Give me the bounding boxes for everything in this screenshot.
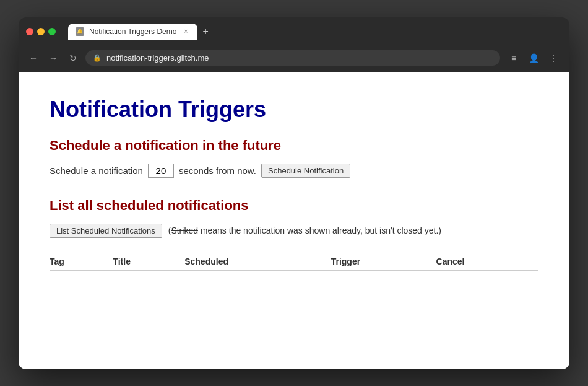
forward-button[interactable]: → [46,51,61,66]
reload-button[interactable]: ↻ [66,51,80,66]
table-header-row: Tag Title Scheduled Trigger Cancel [50,253,538,271]
tab-title-text: Notification Triggers Demo [89,27,176,36]
col-cancel: Cancel [436,253,538,271]
browser-window: 🔔 Notification Triggers Demo × + ← → ↻ 🔒… [19,17,569,369]
schedule-label-after: seconds from now. [179,165,256,176]
address-bar: ← → ↻ 🔒 notification-triggers.glitch.me … [19,45,569,72]
col-title: Title [113,253,184,271]
page-content: Notification Triggers Schedule a notific… [19,72,569,369]
active-tab[interactable]: 🔔 Notification Triggers Demo × [68,24,197,40]
col-trigger: Trigger [331,253,436,271]
page-title: Notification Triggers [50,97,538,123]
browser-actions: ≡ 👤 ⋮ [505,50,562,67]
url-text: notification-triggers.glitch.me [106,53,209,63]
tab-bar: 🔔 Notification Triggers Demo × + [68,24,562,40]
striked-note: (Striked means the notification was show… [168,226,441,235]
account-button[interactable]: 👤 [525,50,542,67]
schedule-row: Schedule a notification seconds from now… [50,164,538,178]
reading-list-button[interactable]: ≡ [505,50,522,67]
back-button[interactable]: ← [26,51,41,66]
list-section: List Scheduled Notifications (Striked me… [50,224,538,238]
striked-word: Striked [171,226,198,235]
minimize-button[interactable] [37,28,45,35]
schedule-label-before: Schedule a notification [50,165,143,176]
list-scheduled-notifications-button[interactable]: List Scheduled Notifications [50,224,162,238]
section2-title: List all scheduled notifications [50,198,538,214]
new-tab-button[interactable]: + [197,24,213,40]
tab-favicon-icon: 🔔 [76,27,84,36]
tab-close-button[interactable]: × [181,27,190,36]
col-scheduled: Scheduled [184,253,331,271]
traffic-lights [26,28,56,35]
list-row: List Scheduled Notifications (Striked me… [50,224,538,238]
notifications-table: Tag Title Scheduled Trigger Cancel [50,253,538,271]
section1-title: Schedule a notification in the future [50,138,538,154]
more-options-button[interactable]: ⋮ [545,50,562,67]
close-button[interactable] [26,28,33,35]
col-tag: Tag [50,253,113,271]
maximize-button[interactable] [48,28,56,35]
url-bar[interactable]: 🔒 notification-triggers.glitch.me [85,50,500,66]
title-bar: 🔔 Notification Triggers Demo × + [19,17,569,45]
lock-icon: 🔒 [93,54,102,62]
schedule-notification-button[interactable]: Schedule Notification [261,164,350,178]
seconds-input[interactable] [148,164,174,178]
striked-note-post: means the notification was shown already… [198,226,441,235]
